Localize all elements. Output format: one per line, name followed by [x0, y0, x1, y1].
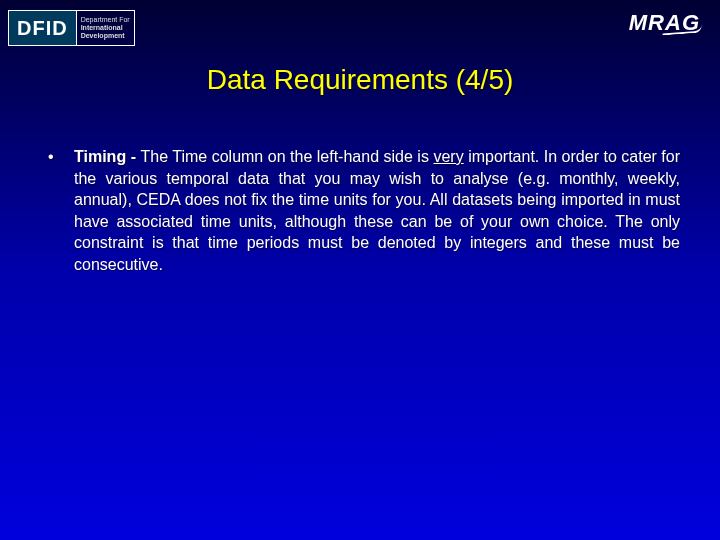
dfid-line1: Department For: [81, 16, 130, 24]
mrag-logo: MRAG: [629, 10, 700, 36]
bullet-lead: Timing -: [74, 148, 140, 165]
bullet-part2: important. In order to cater for the var…: [74, 148, 680, 273]
bullet-emph: very: [433, 148, 463, 165]
slide-title: Data Requirements (4/5): [0, 64, 720, 96]
dfid-logo-abbrev: DFID: [8, 10, 77, 46]
header: DFID Department For International Develo…: [0, 0, 720, 46]
bullet-list: Timing - The Time column on the left-han…: [40, 146, 680, 276]
bullet-timing: Timing - The Time column on the left-han…: [40, 146, 680, 276]
bullet-part1: The Time column on the left-hand side is: [140, 148, 433, 165]
dfid-logo-text: Department For International Development: [77, 10, 135, 46]
dfid-line3: Development: [81, 32, 130, 40]
dfid-line2: International: [81, 24, 130, 32]
content-area: Timing - The Time column on the left-han…: [0, 96, 720, 276]
dfid-logo: DFID Department For International Develo…: [8, 10, 135, 46]
